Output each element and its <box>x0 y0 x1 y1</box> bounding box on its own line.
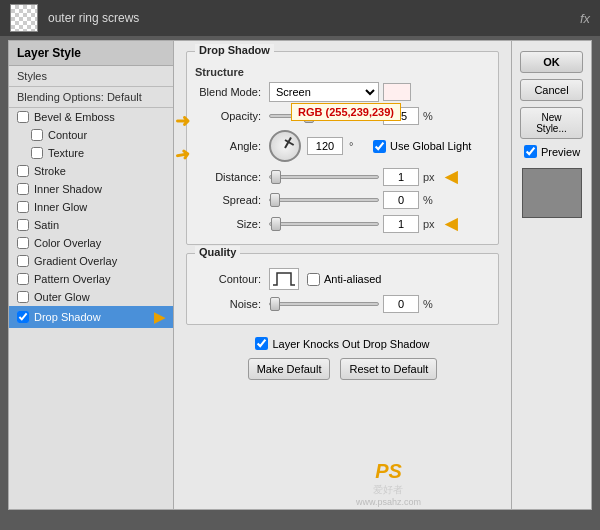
stroke-checkbox[interactable] <box>17 165 29 177</box>
distance-input[interactable] <box>383 168 419 186</box>
layer-knocks-out-label[interactable]: Layer Knocks Out Drop Shadow <box>255 337 429 350</box>
noise-label: Noise: <box>195 298 265 310</box>
layer-thumbnail <box>10 4 38 32</box>
outer-glow-checkbox[interactable] <box>17 291 29 303</box>
sidebar-item-texture[interactable]: Texture <box>9 144 173 162</box>
sidebar-item-label: Satin <box>34 219 59 231</box>
anti-aliased-label[interactable]: Anti-aliased <box>307 273 381 286</box>
size-slider[interactable] <box>269 222 379 226</box>
quality-section-title: Quality <box>195 246 240 258</box>
preview-swatch <box>522 168 582 218</box>
distance-label: Distance: <box>195 171 265 183</box>
styles-label: Styles <box>9 66 173 87</box>
size-input[interactable] <box>383 215 419 233</box>
opacity-unit: % <box>423 110 441 122</box>
angle-row: Angle: ° Use Global Light <box>195 130 490 162</box>
pattern-overlay-checkbox[interactable] <box>17 273 29 285</box>
ps-site: 爱好者 <box>356 483 421 497</box>
preview-checkbox[interactable] <box>524 145 537 158</box>
reset-default-button[interactable]: Reset to Default <box>340 358 437 380</box>
inner-shadow-checkbox[interactable] <box>17 183 29 195</box>
size-row: Size: px ◀ <box>195 214 490 233</box>
buttons-column: OK Cancel New Style... Preview <box>511 41 591 509</box>
bevel-emboss-checkbox[interactable] <box>17 111 29 123</box>
noise-input[interactable] <box>383 295 419 313</box>
drop-shadow-section-title: Drop Shadow <box>195 44 274 56</box>
layer-knocks-out-row: Layer Knocks Out Drop Shadow <box>186 337 499 350</box>
sidebar-item-label: Color Overlay <box>34 237 101 249</box>
cancel-button[interactable]: Cancel <box>520 79 583 101</box>
top-bar: outer ring screws fx <box>0 0 600 36</box>
sidebar-item-label: Drop Shadow <box>34 311 101 323</box>
sidebar-item-label: Contour <box>48 129 87 141</box>
satin-checkbox[interactable] <box>17 219 29 231</box>
new-style-button[interactable]: New Style... <box>520 107 583 139</box>
sidebar-item-label: Outer Glow <box>34 291 90 303</box>
fx-badge: fx <box>580 11 590 26</box>
sidebar-item-drop-shadow[interactable]: Drop Shadow ▶ <box>9 306 173 328</box>
inner-glow-checkbox[interactable] <box>17 201 29 213</box>
spread-unit: % <box>423 194 441 206</box>
sidebar-item-label: Pattern Overlay <box>34 273 110 285</box>
contour-checkbox[interactable] <box>31 129 43 141</box>
sidebar-item-outer-glow[interactable]: Outer Glow <box>9 288 173 306</box>
blending-options-item[interactable]: Blending Options: Default <box>9 87 173 108</box>
angle-label: Angle: <box>195 140 265 152</box>
layer-style-dialog: Layer Style Styles Blending Options: Def… <box>8 40 592 510</box>
sidebar-item-label: Texture <box>48 147 84 159</box>
spread-input[interactable] <box>383 191 419 209</box>
blend-mode-label: Blend Mode: <box>195 86 265 98</box>
noise-row: Noise: % <box>195 295 490 313</box>
make-default-button[interactable]: Make Default <box>248 358 331 380</box>
use-global-light-label[interactable]: Use Global Light <box>373 140 471 153</box>
texture-checkbox[interactable] <box>31 147 43 159</box>
ok-button[interactable]: OK <box>520 51 583 73</box>
dialog-title: Layer Style <box>9 41 173 66</box>
blend-mode-select[interactable]: Screen Normal Multiply <box>269 82 379 102</box>
drop-shadow-arrow: ▶ <box>154 309 165 325</box>
sidebar-item-label: Bevel & Emboss <box>34 111 115 123</box>
angle-dial[interactable] <box>269 130 301 162</box>
opacity-label: Opacity: <box>195 110 265 122</box>
sidebar-item-inner-shadow[interactable]: Inner Shadow <box>9 180 173 198</box>
blend-mode-row: Blend Mode: Screen Normal Multiply <box>195 82 490 102</box>
sidebar-item-satin[interactable]: Satin <box>9 216 173 234</box>
anti-aliased-checkbox[interactable] <box>307 273 320 286</box>
shadow-color-swatch[interactable] <box>383 83 411 101</box>
use-global-light-checkbox[interactable] <box>373 140 386 153</box>
sidebar-item-contour[interactable]: Contour <box>9 126 173 144</box>
sidebar-item-stroke[interactable]: Stroke <box>9 162 173 180</box>
spread-slider[interactable] <box>269 198 379 202</box>
preview-label[interactable]: Preview <box>520 145 583 158</box>
drop-shadow-checkbox[interactable] <box>17 311 29 323</box>
sidebar-item-pattern-overlay[interactable]: Pattern Overlay <box>9 270 173 288</box>
size-unit: px <box>423 218 441 230</box>
angle-unit: ° <box>349 140 367 152</box>
angle-input[interactable] <box>307 137 343 155</box>
preview-text: Preview <box>541 146 580 158</box>
sidebar-item-bevel-emboss[interactable]: Bevel & Emboss <box>9 108 173 126</box>
sidebar-item-color-overlay[interactable]: Color Overlay <box>9 234 173 252</box>
quality-body: Contour: Anti-aliased <box>195 268 490 313</box>
color-overlay-checkbox[interactable] <box>17 237 29 249</box>
distance-slider[interactable] <box>269 175 379 179</box>
use-global-light-text: Use Global Light <box>390 140 471 152</box>
noise-slider[interactable] <box>269 302 379 306</box>
contour-preview[interactable] <box>269 268 299 290</box>
sidebar-item-label: Inner Glow <box>34 201 87 213</box>
sidebar-item-gradient-overlay[interactable]: Gradient Overlay <box>9 252 173 270</box>
spread-label: Spread: <box>195 194 265 206</box>
sidebar-item-inner-glow[interactable]: Inner Glow <box>9 198 173 216</box>
anti-aliased-text: Anti-aliased <box>324 273 381 285</box>
contour-svg <box>273 271 295 287</box>
structure-title: Structure <box>195 66 490 78</box>
size-arrow: ◀ <box>445 214 457 233</box>
default-buttons: Make Default Reset to Default <box>186 358 499 380</box>
gradient-overlay-checkbox[interactable] <box>17 255 29 267</box>
dial-arrow <box>285 139 295 146</box>
sidebar-item-label: Stroke <box>34 165 66 177</box>
contour-row: Contour: Anti-aliased <box>195 268 490 290</box>
sidebar-item-label: Gradient Overlay <box>34 255 117 267</box>
layer-knocks-out-text: Layer Knocks Out Drop Shadow <box>272 338 429 350</box>
layer-knocks-out-checkbox[interactable] <box>255 337 268 350</box>
